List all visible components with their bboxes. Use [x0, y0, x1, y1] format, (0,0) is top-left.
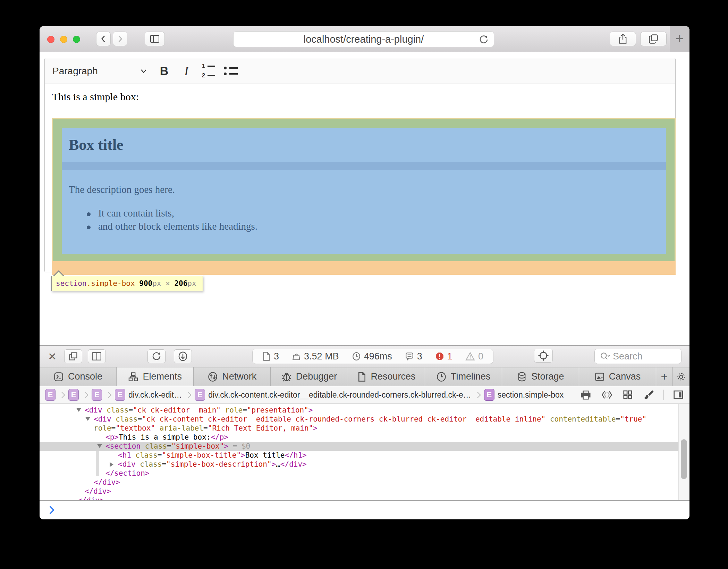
download-button[interactable] — [174, 349, 192, 363]
dom-tree-row[interactable]: <div class="ck ck-editor__main" role="pr… — [40, 406, 689, 415]
expand-arrow-icon[interactable] — [110, 462, 113, 467]
safari-window: localhost/creating-a-plugin/ + Paragraph — [40, 26, 689, 519]
paragraph-dropdown[interactable]: Paragraph — [52, 66, 153, 77]
dom-token-pun: = — [616, 415, 620, 423]
dom-tree-row[interactable]: </div> — [40, 487, 689, 496]
details-sidebar-icon[interactable] — [673, 390, 684, 400]
tab-canvas[interactable]: Canvas — [579, 367, 656, 386]
tab-resources[interactable]: Resources — [348, 367, 425, 386]
dom-token-tag: </p> — [211, 433, 228, 441]
dom-tree-row[interactable]: role="textbox" aria-label="Rich Text Edi… — [40, 424, 689, 433]
storage-icon — [517, 372, 527, 382]
styles-brush-icon[interactable] — [643, 389, 654, 400]
timelines-icon — [436, 372, 447, 382]
dom-tree-row[interactable]: </section> — [40, 469, 689, 478]
close-window-button[interactable] — [47, 36, 54, 43]
quick-console[interactable] — [40, 500, 689, 519]
dom-token-attr: contenteditable — [545, 415, 616, 423]
tab-console[interactable]: Console — [40, 367, 117, 386]
collapse-arrow-icon[interactable] — [85, 417, 90, 421]
dom-tree-row[interactable]: </div> — [40, 496, 689, 500]
crosshair-icon — [537, 350, 549, 362]
dom-tree-row[interactable]: <section class="simple-box"> = $0 — [40, 442, 689, 451]
numbered-list-button[interactable]: 1 2 — [197, 61, 220, 82]
dom-token-val: "simple-box-description" — [166, 460, 271, 468]
download-icon — [177, 351, 188, 362]
italic-button[interactable]: I — [175, 61, 197, 82]
zoom-window-button[interactable] — [73, 36, 80, 43]
gear-icon — [676, 372, 686, 382]
tab-debugger[interactable]: Debugger — [271, 367, 348, 386]
box-title[interactable]: Box title — [69, 136, 124, 154]
dom-tree-scrollbar[interactable] — [678, 404, 689, 500]
sidebar-toggle-button[interactable] — [145, 32, 165, 46]
error-icon — [435, 352, 444, 361]
share-button[interactable] — [610, 32, 636, 46]
collapse-arrow-icon[interactable] — [97, 444, 102, 448]
dom-token-val: "ck ck-editor__main" — [133, 406, 221, 414]
tab-storage[interactable]: Storage — [502, 367, 579, 386]
inspector-search-input[interactable]: Search — [594, 349, 682, 364]
reload-page-button[interactable] — [147, 349, 166, 363]
bulleted-list-button[interactable] — [220, 61, 242, 82]
dom-token-pun: = — [137, 415, 142, 423]
editor-paragraph[interactable]: This is a simple box: — [52, 91, 139, 103]
breadcrumb-item-6[interactable]: Esection.simple-box — [484, 389, 564, 401]
bold-button[interactable]: B — [153, 61, 175, 82]
back-button[interactable] — [96, 32, 111, 46]
tab-overview-button[interactable] — [640, 32, 667, 46]
dom-token-attr: role — [94, 424, 111, 432]
minimize-window-button[interactable] — [60, 36, 67, 43]
tab-network[interactable]: Network — [194, 367, 271, 386]
tab-elements[interactable]: Elements — [117, 367, 194, 386]
log-count: 3 — [405, 351, 422, 362]
plus-icon: + — [675, 31, 684, 47]
resource-summary[interactable]: 3 3.52 MB 496ms 3 1 — [252, 349, 493, 364]
add-tab-button[interactable]: + — [656, 367, 673, 386]
dom-token-val: "presentation" — [247, 406, 308, 414]
dom-tree-row[interactable]: <h1 class="simple-box-title">Box title</… — [40, 451, 689, 460]
dom-token-pun: = — [243, 406, 247, 414]
console-prompt-icon — [46, 506, 54, 514]
box-description[interactable]: The description goes here. — [69, 184, 175, 195]
dom-token-val: "true" — [620, 415, 646, 423]
warning-count: 0 — [465, 351, 483, 362]
address-bar[interactable]: localhost/creating-a-plugin/ — [233, 31, 494, 47]
document-icon — [262, 351, 271, 361]
breadcrumb-item-4[interactable]: Ediv.ck.ck-edit… — [115, 389, 182, 401]
dom-tree-row[interactable]: <div class="simple-box-description">…</d… — [40, 460, 689, 469]
box-bullet-2[interactable]: and other block elements like headings. — [87, 221, 257, 232]
dock-side-button[interactable] — [88, 349, 106, 363]
dom-token-txt: This is a simple box: — [119, 433, 211, 441]
divider — [663, 390, 664, 400]
detach-inspector-button[interactable] — [64, 349, 82, 363]
element-badge: E — [92, 389, 102, 401]
collapse-arrow-icon[interactable] — [76, 408, 81, 412]
breadcrumb-item-1[interactable]: E — [45, 389, 56, 401]
box-bullet-1[interactable]: It can contain lists, — [87, 207, 174, 219]
reload-icon[interactable] — [479, 34, 489, 45]
document-count: 3 — [262, 351, 279, 362]
scrollbar-thumb[interactable] — [681, 439, 687, 479]
breadcrumb-item-5[interactable]: Ediv.ck.ck-content.ck-editor__editable.c… — [195, 389, 471, 401]
print-icon[interactable] — [580, 390, 591, 400]
bullet-icon — [87, 226, 91, 229]
inspect-overlay-padding: Box title The description goes here. It … — [52, 118, 676, 262]
dom-tree-row[interactable]: <div class="ck ck-content ck-editor__edi… — [40, 415, 689, 424]
breadcrumb-item-2[interactable]: E — [68, 389, 79, 401]
source-code-icon[interactable] — [601, 390, 613, 400]
inspector-settings-button[interactable] — [673, 367, 689, 386]
dom-tree-row[interactable]: </div> — [40, 478, 689, 487]
tab-timelines[interactable]: Timelines — [425, 367, 502, 386]
dom-tree-row[interactable]: <p>This is a simple box:</p> — [40, 433, 689, 442]
breadcrumb-item-3[interactable]: E — [92, 389, 102, 401]
dom-token-tag: > — [224, 442, 228, 450]
close-inspector-button[interactable]: ✕ — [48, 350, 57, 363]
dom-token-tag: <section — [105, 442, 141, 450]
dom-token-tag: <div — [85, 406, 102, 414]
grid-overlay-icon[interactable] — [623, 390, 633, 400]
inspect-element-button[interactable] — [534, 349, 553, 363]
forward-button[interactable] — [113, 32, 127, 46]
new-tab-button[interactable]: + — [670, 26, 689, 52]
tooltip-tag: section — [56, 279, 87, 288]
